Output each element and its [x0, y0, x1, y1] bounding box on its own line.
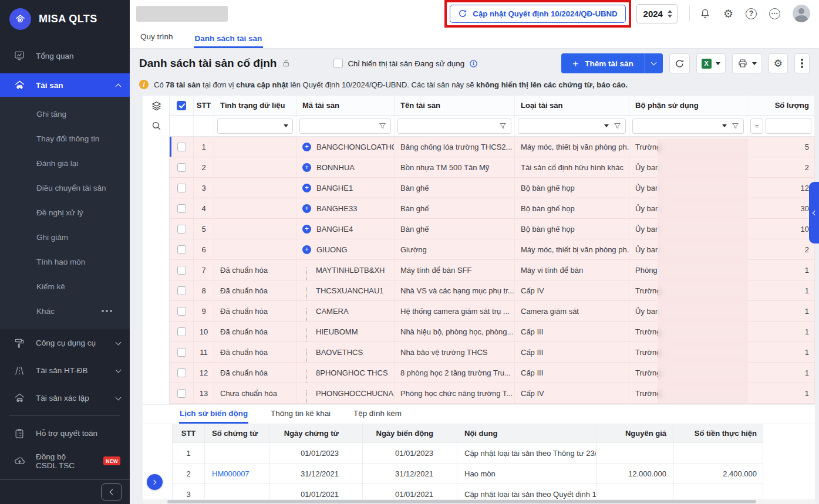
col-qty[interactable]: Số lượng [747, 96, 815, 115]
funnel-icon[interactable] [614, 122, 621, 130]
col-code[interactable]: Mã tài sản [296, 96, 395, 115]
expand-plus-icon[interactable]: + [302, 204, 311, 213]
tab-quy-trinh[interactable]: Quy trình [139, 32, 174, 48]
history-row[interactable]: 1 01/01/2023 01/01/2023 Cập nhật loại tà… [173, 443, 763, 464]
sidebar-item-quyet-toan[interactable]: Hỗ trợ quyết toán [0, 420, 130, 447]
right-panel-toggle[interactable] [809, 182, 819, 243]
row-checkbox[interactable] [170, 280, 194, 300]
sidebar-item-csdl-tsc[interactable]: Đồng bộ CSDL TSC NEW [0, 447, 130, 475]
name-filter-input[interactable] [397, 119, 511, 134]
row-checkbox[interactable] [170, 198, 194, 218]
search-icon[interactable] [143, 116, 170, 136]
dept-filter-select[interactable] [632, 119, 744, 134]
row-checkbox[interactable] [170, 383, 194, 403]
cell-code: BAOVETHCS [296, 342, 395, 362]
refresh-button[interactable] [669, 53, 690, 73]
settings-gear-icon[interactable]: ⚙ [723, 8, 733, 19]
filter-in-use-checkbox[interactable]: Chỉ hiển thị tài sản Đang sử dụng [333, 59, 478, 68]
row-checkbox[interactable] [170, 342, 194, 362]
cell-type: Máy móc, thiết bị văn phòng ph... [515, 239, 629, 259]
row-checkbox[interactable] [170, 239, 194, 259]
submenu-item-thay-doi-thong-tin[interactable]: Thay đổi thông tin [0, 126, 130, 151]
notification-bell-icon[interactable] [699, 8, 711, 19]
sidebar-item-xac-lap[interactable]: Tài sản xác lập [0, 384, 130, 412]
status-filter-select[interactable] [217, 119, 293, 134]
sidebar-item-label: Hỗ trợ quyết toán [36, 429, 97, 438]
year-stepper-icon[interactable] [668, 10, 672, 18]
row-checkbox[interactable] [170, 363, 194, 383]
code-filter-input[interactable] [299, 119, 391, 134]
checkbox-icon[interactable] [333, 59, 343, 68]
submenu-item-de-nghi-xu-ly[interactable]: Đề nghị xử lý [0, 200, 130, 225]
unlock-icon[interactable] [282, 59, 291, 68]
funnel-icon[interactable] [732, 122, 739, 130]
col-status[interactable]: Tình trạng dữ liệu [214, 96, 296, 115]
submenu-item-tinh-hao-mon[interactable]: Tính hao mòn [0, 249, 130, 274]
tab-danh-sach-tai-san[interactable]: Danh sách tài sản [194, 34, 264, 48]
expand-plus-icon[interactable]: + [302, 163, 311, 172]
row-checkbox[interactable] [170, 178, 194, 198]
sidebar-item-overview[interactable]: Tổng quan [0, 44, 130, 67]
row-checkbox[interactable] [170, 219, 194, 239]
expand-plus-icon[interactable]: + [302, 245, 311, 254]
submenu-item-ghi-tang[interactable]: Ghi tăng [0, 102, 130, 126]
expand-plus-icon[interactable]: + [302, 225, 311, 234]
more-actions-button[interactable] [794, 53, 810, 73]
expand-plus-icon[interactable]: + [302, 143, 311, 151]
sidebar-collapse-button[interactable] [101, 483, 122, 500]
cell-stt: 4 [194, 198, 214, 218]
layers-icon[interactable] [143, 96, 170, 116]
print-button[interactable] [732, 53, 762, 73]
scrollbar-thumb[interactable] [167, 500, 756, 503]
sidebar-item-assets[interactable]: Tài sản [0, 73, 130, 97]
sidebar-item-tools[interactable]: Công cụ dụng cụ [0, 329, 130, 357]
expand-left-panel-button[interactable] [147, 474, 163, 490]
caret-down-icon [716, 62, 720, 65]
row-checkbox[interactable] [170, 260, 194, 280]
more-icon[interactable] [102, 310, 104, 312]
add-asset-dropdown[interactable] [645, 53, 663, 73]
select-all-checkbox[interactable] [170, 96, 194, 115]
submenu-item-ghi-giam[interactable]: Ghi giảm [0, 225, 130, 249]
help-icon[interactable]: ? [746, 8, 757, 19]
info-icon[interactable] [469, 59, 478, 68]
tab-lich-su-bien-dong[interactable]: Lịch sử biến động [179, 405, 248, 424]
row-checkbox[interactable] [170, 137, 194, 157]
row-checkbox[interactable] [170, 157, 194, 177]
col-type[interactable]: Loại tài sản [515, 96, 629, 115]
sidebar-item-label: Đồng bộ CSDL TSC [36, 452, 89, 470]
tree-line-icon [306, 308, 307, 321]
tab-thong-tin-ke-khai[interactable]: Thông tin kê khai [270, 405, 331, 424]
table-settings-button[interactable]: ⚙ [769, 53, 788, 73]
col-stt[interactable]: STT [194, 96, 214, 115]
checkbox-checked-icon[interactable] [177, 101, 186, 110]
type-filter-select[interactable] [518, 119, 626, 134]
horizontal-scrollbar[interactable] [143, 499, 815, 504]
submenu-item-dieu-chuyen-tai-san[interactable]: Điều chuyển tài sản [0, 175, 130, 200]
expand-plus-icon[interactable]: + [302, 184, 311, 192]
qty-filter-operator[interactable]: = [750, 119, 763, 134]
tree-line-icon [306, 287, 307, 300]
user-avatar[interactable] [793, 5, 810, 22]
document-link[interactable]: HM000007 [212, 469, 250, 478]
export-excel-button[interactable]: X [696, 53, 726, 73]
col-dept[interactable]: Bộ phận sử dụng [629, 96, 747, 115]
submenu-item-danh-gia-lai[interactable]: Đánh giá lại [0, 151, 130, 175]
more-options-icon[interactable]: ··· [769, 8, 780, 19]
update-decision-button[interactable]: Cập nhật Quyết định 10/2024/QĐ-UBND [450, 5, 625, 23]
history-row[interactable]: 2 HM000007 31/12/2021 31/12/2021 Hao mòn… [173, 464, 763, 484]
paint-roller-icon [13, 337, 26, 349]
col-name[interactable]: Tên tài sản [395, 96, 515, 115]
submenu-item-khac[interactable]: Khác [0, 299, 130, 323]
year-selector[interactable]: 2024 [636, 4, 678, 23]
add-asset-button[interactable]: +Thêm tài sản [561, 53, 662, 73]
funnel-icon[interactable] [499, 122, 507, 130]
tab-tep-dinh-kem[interactable]: Tệp đính kèm [353, 405, 402, 424]
row-checkbox[interactable] [170, 322, 194, 341]
row-checkbox[interactable] [170, 301, 194, 321]
funnel-icon[interactable] [379, 122, 386, 130]
sidebar-item-ht-db[interactable]: Tài sản HT-ĐB [0, 357, 130, 384]
submenu-item-kiem-ke[interactable]: Kiểm kê [0, 274, 130, 299]
qty-filter-input[interactable] [766, 119, 811, 134]
cell-stt: 1 [194, 137, 214, 157]
